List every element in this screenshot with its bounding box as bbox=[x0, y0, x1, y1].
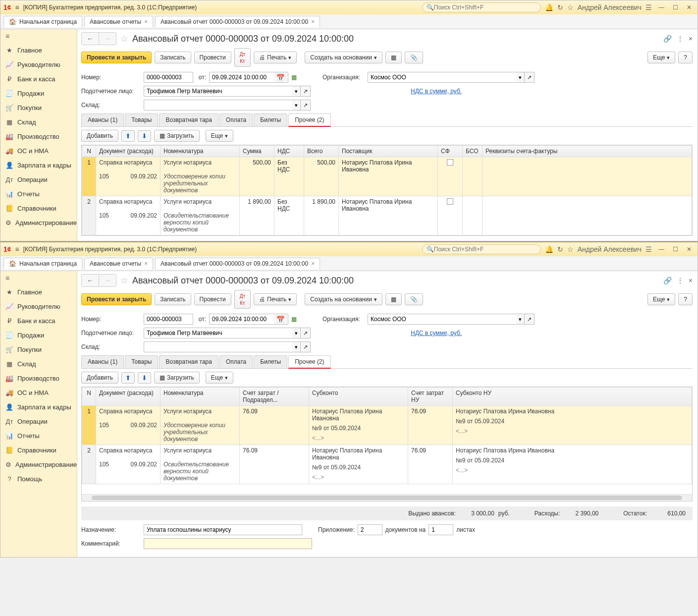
tab-home[interactable]: 🏠 Начальная страница bbox=[3, 16, 82, 27]
create-based-on-button[interactable]: Создать на основании ▾ bbox=[305, 293, 382, 305]
tab-tickets[interactable]: Билеты bbox=[254, 113, 287, 126]
tab-tickets[interactable]: Билеты bbox=[254, 355, 287, 368]
sheets-count-field[interactable] bbox=[429, 524, 453, 535]
sidebar-item-reports[interactable]: 📊Отчеты bbox=[0, 429, 77, 443]
col-account[interactable]: Счет затрат / Подраздел... bbox=[240, 388, 309, 406]
attach-button[interactable]: 📎 bbox=[405, 52, 423, 63]
open-button[interactable]: ↗ bbox=[525, 314, 535, 325]
bell-icon[interactable]: 🔔 bbox=[545, 245, 553, 253]
sidebar-item-directories[interactable]: 📒Справочники bbox=[0, 201, 77, 216]
sidebar-collapse[interactable]: ≡ bbox=[0, 271, 77, 285]
close-icon[interactable]: × bbox=[689, 277, 693, 284]
calendar-button[interactable]: 📅 bbox=[273, 72, 288, 83]
nav-back[interactable]: ← bbox=[82, 33, 99, 45]
sidebar-item-reports[interactable]: 📊Отчеты bbox=[0, 187, 77, 201]
date-field[interactable] bbox=[209, 314, 273, 325]
post-button[interactable]: Провести bbox=[194, 293, 231, 305]
menu-icon[interactable]: ≡ bbox=[15, 245, 19, 253]
favorite-icon[interactable]: ☆ bbox=[120, 275, 128, 286]
user-name[interactable]: Андрей Алексеевич bbox=[578, 3, 642, 11]
more-vertical-icon[interactable]: ⋮ bbox=[677, 35, 684, 43]
sidebar-item-purchases[interactable]: 🛒Покупки bbox=[0, 101, 77, 115]
add-row-button[interactable]: Добавить bbox=[81, 372, 118, 384]
sidebar-item-admin[interactable]: ⚙Администрирование bbox=[0, 216, 77, 230]
col-account-nu[interactable]: Счет затрат НУ bbox=[408, 388, 453, 406]
print-button[interactable]: 🖨 Печать ▾ bbox=[254, 293, 297, 305]
number-field[interactable] bbox=[144, 72, 193, 83]
tab-advances[interactable]: Авансы (1) bbox=[81, 113, 124, 126]
sidebar-item-production[interactable]: 🏭Производство bbox=[0, 129, 77, 144]
sidebar-collapse[interactable]: ≡ bbox=[0, 29, 77, 43]
table-more-button[interactable]: Еще ▾ bbox=[206, 372, 233, 384]
col-doc[interactable]: Документ (расхода) bbox=[96, 388, 161, 406]
sf-checkbox[interactable] bbox=[447, 159, 453, 166]
col-subconto-nu[interactable]: Субконто НУ bbox=[453, 388, 692, 406]
user-name[interactable]: Андрей Алексеевич bbox=[578, 245, 642, 253]
tab-advances[interactable]: Авансы (1) bbox=[81, 355, 124, 368]
structure-button[interactable]: ▦ bbox=[385, 293, 402, 305]
nds-link[interactable]: НДС в сумме, руб. bbox=[411, 88, 462, 95]
move-up-button[interactable]: ⬆ bbox=[121, 372, 135, 384]
nds-link[interactable]: НДС в сумме, руб. bbox=[411, 330, 462, 336]
search-input[interactable] bbox=[434, 4, 537, 11]
more-vertical-icon[interactable]: ⋮ bbox=[677, 277, 684, 284]
bell-icon[interactable]: 🔔 bbox=[545, 3, 553, 11]
save-button[interactable]: Записать bbox=[155, 52, 191, 63]
status-icon[interactable]: ▦ bbox=[291, 316, 297, 323]
sidebar-item-assets[interactable]: 🚚ОС и НМА bbox=[0, 144, 77, 158]
open-button[interactable]: ↗ bbox=[301, 86, 311, 97]
open-button[interactable]: ↗ bbox=[301, 100, 311, 111]
post-and-close-button[interactable]: Провести и закрыть bbox=[81, 293, 152, 305]
sidebar-item-bank[interactable]: ₽Банк и касса bbox=[0, 72, 77, 86]
col-doc[interactable]: Документ (расхода) bbox=[96, 146, 161, 157]
sidebar-item-warehouse[interactable]: ▦Склад bbox=[0, 115, 77, 129]
table-more-button[interactable]: Еще ▾ bbox=[206, 130, 233, 142]
tab-goods[interactable]: Товары bbox=[125, 113, 158, 126]
dropdown-button[interactable]: ▾ bbox=[516, 314, 525, 325]
print-button[interactable]: 🖨 Печать ▾ bbox=[254, 52, 297, 63]
col-sf[interactable]: СФ bbox=[438, 146, 463, 157]
sidebar-item-main[interactable]: ★Главное bbox=[0, 285, 77, 299]
sidebar-item-operations[interactable]: ДтОперации bbox=[0, 172, 77, 187]
table-row[interactable]: 1 Справка нотариуса10509.09.202 Услуги н… bbox=[82, 406, 692, 445]
sidebar-item-bank[interactable]: ₽Банк и касса bbox=[0, 314, 77, 328]
help-button[interactable]: ? bbox=[678, 52, 693, 63]
col-total[interactable]: Всего bbox=[304, 146, 339, 157]
tab-payment[interactable]: Оплата bbox=[219, 113, 253, 126]
tab-goods[interactable]: Товары bbox=[125, 355, 158, 368]
link-icon[interactable]: 🔗 bbox=[663, 277, 672, 284]
window-minimize[interactable]: — bbox=[656, 4, 667, 11]
comment-field[interactable] bbox=[144, 538, 312, 549]
sidebar-item-hr[interactable]: 👤Зарплата и кадры bbox=[0, 158, 77, 172]
sidebar-item-sales[interactable]: 🧾Продажи bbox=[0, 328, 77, 342]
search-input[interactable] bbox=[434, 246, 537, 253]
sidebar-item-directories[interactable]: 📒Справочники bbox=[0, 443, 77, 457]
table-row[interactable]: 2 Справка нотариуса10509.09.202 Услуги н… bbox=[82, 196, 692, 235]
status-icon[interactable]: ▦ bbox=[291, 74, 297, 81]
dropdown-button[interactable]: ▾ bbox=[292, 86, 301, 97]
dropdown-button[interactable]: ▾ bbox=[292, 328, 301, 338]
col-bso[interactable]: БСО bbox=[463, 146, 483, 157]
tab-advance-report-doc[interactable]: Авансовый отчет 0000-000003 от 09.09.202… bbox=[155, 258, 320, 269]
link-icon[interactable]: 🔗 bbox=[663, 35, 672, 43]
close-icon[interactable]: × bbox=[311, 260, 315, 267]
move-down-button[interactable]: ⬇ bbox=[138, 130, 151, 142]
col-sf-details[interactable]: Реквизиты счета-фактуры bbox=[483, 146, 692, 157]
close-icon[interactable]: × bbox=[144, 18, 148, 25]
org-field[interactable] bbox=[368, 72, 516, 83]
col-supplier[interactable]: Поставщик bbox=[339, 146, 438, 157]
tab-return-tare[interactable]: Возвратная тара bbox=[159, 355, 218, 368]
col-n[interactable]: N bbox=[82, 388, 96, 406]
nav-back[interactable]: ← bbox=[82, 275, 99, 286]
history-icon[interactable]: ↻ bbox=[557, 3, 563, 11]
calendar-button[interactable]: 📅 bbox=[273, 314, 288, 325]
dt-kt-button[interactable]: ДтКт bbox=[234, 48, 251, 67]
table-row[interactable]: 1 Справка нотариуса10509.09.202 Услуги н… bbox=[82, 157, 692, 196]
dropdown-button[interactable]: ▾ bbox=[292, 341, 301, 352]
sidebar-item-operations[interactable]: ДтОперации bbox=[0, 414, 77, 429]
col-nomen[interactable]: Номенклатура bbox=[161, 146, 240, 157]
help-button[interactable]: ? bbox=[678, 293, 693, 305]
global-search[interactable]: 🔍 bbox=[422, 2, 541, 12]
sidebar-item-help[interactable]: ?Помощь bbox=[0, 472, 77, 486]
nav-forward[interactable]: → bbox=[99, 33, 116, 45]
